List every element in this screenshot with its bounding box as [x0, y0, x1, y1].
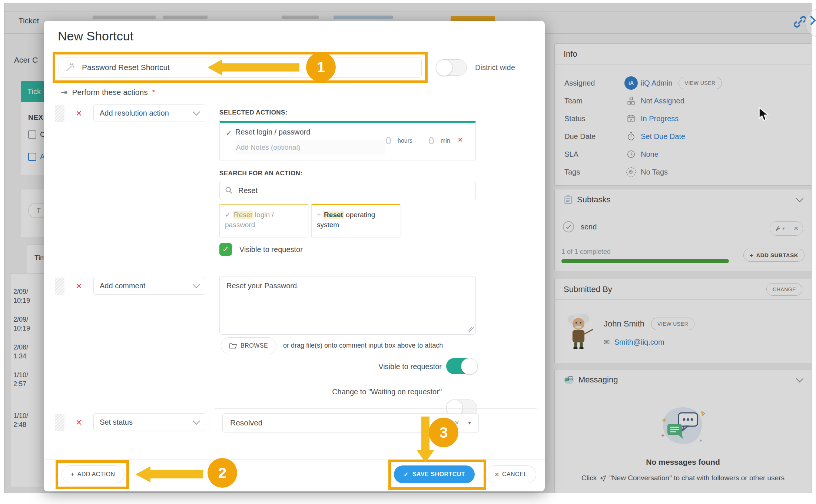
district-wide-toggle[interactable]	[436, 59, 467, 76]
action-suggestion-selected[interactable]: ✓Reset login / password	[219, 204, 308, 237]
attach-hint-text: or drag file(s) onto comment input box a…	[283, 342, 443, 349]
callout-1-arrow	[208, 59, 299, 76]
callout-3-badge: 3	[429, 418, 458, 447]
selected-action-card: ✓ Reset login / password hours min ×	[219, 121, 476, 160]
plus-icon: +	[317, 211, 321, 219]
perform-actions-heading: ⇥ Perform these actions *	[61, 87, 155, 97]
selected-actions-heading: SELECTED ACTIONS:	[219, 109, 288, 116]
selected-action-name: Reset login / password	[235, 128, 310, 136]
chevron-down-icon	[193, 281, 200, 288]
action-search-input[interactable]	[238, 186, 387, 195]
cancel-button[interactable]: ×CANCEL	[485, 465, 536, 483]
search-icon	[225, 186, 233, 195]
minutes-input[interactable]	[424, 135, 438, 147]
drag-handle[interactable]	[55, 105, 64, 122]
new-shortcut-modal: New Shortcut District wide ⇥ Perform the…	[44, 21, 545, 491]
required-marker: *	[152, 88, 155, 97]
visible-to-requestor-toggle[interactable]	[446, 358, 477, 374]
visible-to-requestor-row: ✓ Visible to requestor	[219, 243, 303, 256]
chevron-down-icon	[193, 108, 200, 116]
waiting-toggle-label: Change to "Waiting on requestor"	[286, 388, 442, 396]
hours-field: hours	[381, 135, 412, 147]
district-wide-label: District wide	[475, 63, 515, 72]
check-icon: ✓	[226, 129, 232, 137]
remove-selected-action-button[interactable]: ×	[458, 135, 463, 144]
minutes-field: min	[424, 135, 450, 147]
remove-action-button[interactable]: ×	[76, 109, 82, 119]
comment-textarea[interactable]: Reset your Password.	[219, 276, 476, 335]
action-type-select-1[interactable]: Add resolution action	[93, 104, 205, 122]
highlight-box-2	[56, 460, 129, 489]
divider	[215, 264, 537, 264]
action-type-select-3[interactable]: Set status	[93, 413, 205, 431]
highlight-box-3	[388, 460, 486, 490]
action-suggestion-add[interactable]: +Reset operating system	[311, 204, 400, 237]
action-notes-input[interactable]	[235, 140, 385, 155]
enter-actions-icon: ⇥	[61, 87, 67, 97]
visible-toggle-label: Visible to requestor	[286, 362, 442, 371]
drag-handle[interactable]	[55, 278, 64, 295]
check-icon: ✓	[225, 211, 231, 219]
chevron-down-icon	[193, 417, 200, 425]
caret-down-icon[interactable]: ▾	[468, 420, 471, 426]
modal-title: New Shortcut	[58, 29, 133, 43]
district-wide-row: District wide	[436, 59, 515, 76]
hours-input[interactable]	[381, 135, 395, 147]
callout-2-arrow	[136, 466, 203, 483]
screen: Ticket Acer C Tick NEX C A T Tim 2/09/10…	[0, 0, 816, 504]
search-action-heading: SEARCH FOR AN ACTION:	[219, 170, 302, 177]
callout-2-badge: 2	[208, 458, 237, 488]
visible-to-requestor-checkbox[interactable]: ✓	[219, 243, 232, 256]
browse-button[interactable]: BROWSE	[221, 337, 276, 354]
close-icon: ×	[495, 470, 499, 479]
remove-action-button[interactable]: ×	[76, 281, 82, 291]
mouse-cursor	[758, 107, 771, 122]
divider	[215, 408, 537, 409]
callout-1-badge: 1	[306, 52, 336, 82]
folder-icon	[229, 343, 237, 349]
remove-action-button[interactable]: ×	[76, 418, 82, 428]
action-type-select-2[interactable]: Add comment	[93, 277, 205, 295]
action-search-field[interactable]	[219, 181, 476, 200]
resize-handle[interactable]	[468, 327, 474, 332]
drag-handle[interactable]	[55, 414, 64, 431]
